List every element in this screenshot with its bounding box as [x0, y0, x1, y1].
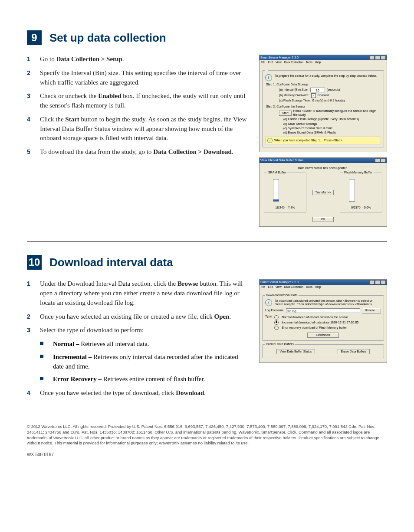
- step-text: Select the type of download to perform:: [40, 326, 250, 335]
- download-button[interactable]: Download: [307, 333, 339, 338]
- window-title: View Interval Data Buffer Status: [260, 159, 303, 162]
- sram-pct: 18/246 = 7.3%: [264, 206, 306, 209]
- step-text: Click the Start button to begin the stud…: [40, 115, 250, 143]
- cfg-a: (a) Enable Flash Storage (Update Every: …: [283, 117, 359, 121]
- radio-incremental[interactable]: [274, 320, 279, 325]
- section-10-number: 10: [27, 255, 42, 270]
- start-hint: Press <Start> to automatically configure…: [293, 109, 381, 117]
- step-num: 2: [27, 69, 40, 88]
- interval-input[interactable]: 10: [310, 88, 325, 92]
- download-intro: To download data stored onboard the sens…: [275, 299, 381, 307]
- overwrite-label: (b) Memory Overwrite:: [279, 94, 309, 97]
- ok-button[interactable]: OK: [312, 217, 333, 222]
- section-10-header: 10 Download interval data: [27, 255, 387, 270]
- setup-intro: To prepare the sensor for a study, compl…: [275, 74, 381, 78]
- window-controls: [369, 280, 386, 284]
- step-num: 1: [27, 55, 40, 64]
- type-label: Type:: [265, 314, 273, 318]
- log-filename-input[interactable]: file.log: [286, 308, 360, 313]
- step-text: Check or uncheck the Enabled box. If unc…: [40, 91, 250, 111]
- interval-label: (a) Interval (Bin) Size:: [279, 88, 309, 91]
- step-text: Once you have selected the type of downl…: [40, 388, 250, 398]
- section-10-title: Download interval data: [49, 256, 173, 269]
- info-icon: i: [267, 138, 273, 143]
- info-icon: i: [265, 299, 272, 306]
- step1-title: Step 1. Configure Data Storage: [266, 83, 381, 86]
- screenshot-download-window: SmartSensor Manager 2.2.0 FileEditViewDa…: [259, 279, 387, 363]
- buffers-group-title: Interval Data Buffers: [265, 343, 295, 346]
- section-9-number: 9: [27, 30, 42, 45]
- hint-bar: i When you have completed Step 1… Press …: [265, 137, 381, 144]
- window-controls: [369, 55, 386, 60]
- bullet-text: Error Recovery – Retrieves entire conten…: [53, 375, 250, 384]
- bullet-text: Incremental – Retrieves only interval da…: [53, 352, 250, 372]
- step-text: To download the data from the study, go …: [40, 147, 250, 157]
- enabled-checkbox[interactable]: ✓: [311, 93, 316, 98]
- flash-time-label: (c) Flash Storage Time:: [279, 99, 311, 102]
- opt-normal: Normal download of all data stored on th…: [282, 316, 348, 319]
- step-num: 1: [27, 279, 40, 307]
- cfg-d: (d) Erase Stored Data (SRAM & Flash): [283, 131, 336, 134]
- opt-incremental: Incremental download of data since 1899-…: [282, 321, 358, 324]
- flash-buffer-group: Flash Memory Buffer 0/2375 = 0.0%: [340, 173, 382, 212]
- flash-pct: 0/2375 = 0.0%: [340, 206, 382, 209]
- cfg-b: (b) Save Sensor Settings: [283, 122, 317, 126]
- menubar: FileEditViewData CollectionToolsHelp: [260, 60, 387, 65]
- document-id: WX-500-0167: [27, 452, 387, 457]
- step-text: Under the Download Interval Data section…: [40, 279, 250, 307]
- step-text: Specify the Interval (Bin) size. This se…: [40, 69, 250, 88]
- footer-legal: © 2012 Wavetronix LLC. All rights reserv…: [27, 424, 387, 446]
- transfer-button[interactable]: Transfer >>: [312, 190, 334, 195]
- step-num: 3: [27, 326, 40, 335]
- sram-fill: [273, 199, 279, 201]
- bullet-icon: [40, 375, 53, 384]
- step-text: Go to Data Collection > Setup.: [40, 55, 250, 64]
- browse-button[interactable]: Browse…: [362, 308, 381, 313]
- screenshot-buffer-window: View Interval Data Buffer Status Data Bu…: [259, 157, 387, 227]
- step-num: 5: [27, 147, 40, 157]
- cfg-c: (c) Synchronize Sensor Date & Time: [283, 127, 332, 130]
- sram-buffer-group: SRAM Buffer 18/246 = 7.3%: [264, 173, 306, 212]
- radio-error[interactable]: [274, 326, 279, 330]
- step-num: 2: [27, 312, 40, 322]
- bullet-icon: [40, 352, 53, 372]
- section-9-title: Set up data collection: [49, 31, 166, 45]
- opt-error: Error recovery download of Flash Memory …: [282, 326, 347, 330]
- log-label: Log Filename:: [265, 309, 284, 312]
- section-divider: [27, 242, 387, 242]
- window-title: SmartSensor Manager 2.2.0: [260, 56, 299, 59]
- screenshot-setup-window: SmartSensor Manager 2.2.0 FileEditViewDa…: [259, 55, 387, 152]
- radio-normal[interactable]: [274, 315, 279, 320]
- info-icon: i: [265, 74, 272, 81]
- section-9-header: 9 Set up data collection: [27, 30, 387, 45]
- view-buffer-button[interactable]: View Data Buffer Status: [276, 349, 315, 354]
- buffer-msg: Data Buffer status has been updated.: [264, 166, 382, 170]
- interval-unit: (seconds): [327, 88, 340, 91]
- menubar: FileEditViewData CollectionToolsHelp: [260, 285, 387, 289]
- step2-title: Step 2. Configure the Sensor: [266, 105, 381, 108]
- start-button[interactable]: Start: [279, 111, 292, 116]
- step-num: 4: [27, 388, 40, 398]
- download-group-title: Download Interval Data: [265, 294, 299, 297]
- window-title: SmartSensor Manager 2.2.0: [260, 281, 299, 284]
- bullet-icon: [40, 339, 53, 349]
- erase-buffer-button[interactable]: Erase Data Buffers: [338, 349, 369, 354]
- bullet-text: Normal – Retrieves all interval data.: [53, 339, 250, 349]
- step-num: 3: [27, 91, 40, 111]
- flash-time-value: 0 day(s) and 6.9 hour(s): [312, 99, 345, 102]
- step-text: Once you have selected an existing file …: [40, 312, 250, 322]
- window-controls: [375, 158, 386, 163]
- enabled-text: Enabled: [318, 94, 329, 97]
- step-num: 4: [27, 115, 40, 143]
